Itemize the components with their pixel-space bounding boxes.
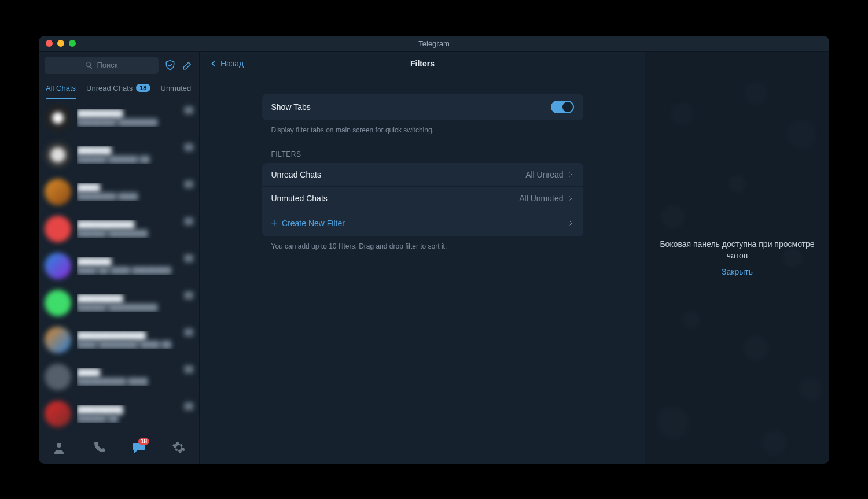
tab-unread-chats[interactable]: Unread Chats 18 bbox=[86, 79, 150, 99]
search-icon bbox=[85, 61, 93, 69]
tab-all-chats[interactable]: All Chats bbox=[46, 79, 76, 99]
page-title: Filters bbox=[200, 59, 645, 68]
main-header: Назад Filters bbox=[200, 52, 645, 76]
svg-point-0 bbox=[57, 443, 61, 448]
avatar bbox=[45, 401, 71, 427]
right-sidebar-close-button[interactable]: Закрыть bbox=[722, 267, 753, 276]
avatar bbox=[45, 105, 71, 131]
unread-badge: 18 bbox=[136, 84, 150, 92]
settings-icon[interactable] bbox=[172, 441, 186, 457]
chat-item[interactable]: ██████████████ ████████████ bbox=[39, 284, 199, 321]
avatar bbox=[45, 216, 71, 242]
chevron-left-icon bbox=[209, 59, 218, 68]
chat-item[interactable]: ████████████████ ██████████ bbox=[39, 210, 199, 247]
filter-row-unread[interactable]: Unread Chats All Unread bbox=[262, 163, 583, 186]
shield-icon[interactable] bbox=[164, 60, 176, 71]
tab-label: Unmuted bbox=[161, 84, 192, 93]
create-filter-row[interactable]: + Create New Filter bbox=[262, 210, 583, 236]
show-tabs-hint: Display filter tabs on main screen for q… bbox=[262, 120, 583, 134]
plus-icon: + bbox=[271, 217, 278, 230]
fullscreen-window-button[interactable] bbox=[69, 40, 76, 47]
window-title: Telegram bbox=[39, 39, 829, 48]
chevron-right-icon bbox=[567, 195, 574, 202]
chevron-right-icon bbox=[567, 220, 574, 227]
avatar bbox=[45, 142, 71, 168]
filters-footer-hint: You can add up to 10 filters. Drag and d… bbox=[262, 236, 583, 250]
chats-icon[interactable]: 18 bbox=[132, 441, 146, 457]
chat-list[interactable]: ████████████████ ██████████ ████████████… bbox=[39, 99, 199, 434]
chat-item[interactable]: ████████████ ██████ bbox=[39, 173, 199, 210]
chat-item[interactable]: ████████████████ ████████ ████ ████ bbox=[39, 321, 199, 358]
chat-item[interactable]: ██████████████ ██████ bbox=[39, 358, 199, 395]
tab-label: All Chats bbox=[46, 84, 76, 93]
avatar bbox=[45, 290, 71, 316]
create-filter-label: Create New Filter bbox=[282, 219, 345, 228]
tab-label: Unread Chats bbox=[86, 84, 133, 93]
back-button[interactable]: Назад bbox=[209, 59, 244, 68]
compose-icon[interactable] bbox=[182, 60, 193, 71]
right-sidebar-message: Боковая панель доступна при просмотре ча… bbox=[645, 239, 829, 261]
right-sidebar: Боковая панель доступна при просмотре ча… bbox=[645, 52, 829, 464]
titlebar: Telegram bbox=[39, 36, 829, 52]
chats-badge: 18 bbox=[138, 438, 149, 445]
chat-item[interactable]: ████████████ ██████ ████ bbox=[39, 136, 199, 173]
bottom-nav: 18 bbox=[39, 434, 199, 464]
left-sidebar: Поиск All Chats Unread Chats 18 U bbox=[39, 52, 200, 464]
back-label: Назад bbox=[220, 59, 244, 68]
show-tabs-row[interactable]: Show Tabs bbox=[262, 94, 583, 120]
search-placeholder: Поиск bbox=[97, 61, 117, 69]
chat-item[interactable]: ████████████████ ██████████ bbox=[39, 99, 199, 136]
chevron-right-icon bbox=[567, 171, 574, 178]
filter-value: All Unread bbox=[525, 170, 563, 179]
avatar bbox=[45, 179, 71, 205]
avatar bbox=[45, 327, 71, 353]
search-input[interactable]: Поиск bbox=[45, 57, 159, 74]
filter-name: Unread Chats bbox=[271, 170, 321, 179]
show-tabs-label: Show Tabs bbox=[271, 102, 311, 112]
main-panel: Назад Filters Show Tabs Display filter t… bbox=[200, 52, 645, 464]
show-tabs-toggle[interactable] bbox=[551, 101, 574, 113]
tab-unmuted[interactable]: Unmuted bbox=[161, 79, 192, 99]
close-window-button[interactable] bbox=[46, 40, 53, 47]
filter-name: Unmuted Chats bbox=[271, 194, 328, 203]
avatar bbox=[45, 364, 71, 390]
chat-tabs: All Chats Unread Chats 18 Unmuted bbox=[39, 79, 199, 99]
chat-item[interactable]: ██████████████ ████ bbox=[39, 395, 199, 433]
traffic-lights bbox=[46, 40, 76, 47]
minimize-window-button[interactable] bbox=[57, 40, 64, 47]
calls-icon[interactable] bbox=[92, 441, 106, 457]
filters-section-title: FILTERS bbox=[262, 134, 583, 163]
filter-row-unmuted[interactable]: Unmuted Chats All Unmuted bbox=[262, 186, 583, 210]
filters-panel: Unread Chats All Unread Unmuted Chats Al… bbox=[262, 163, 583, 236]
show-tabs-panel: Show Tabs bbox=[262, 94, 583, 120]
app-window: Telegram Поиск All Chats bbox=[39, 36, 829, 464]
chat-item[interactable]: ██████████ ██ ████ ██████████ bbox=[39, 247, 199, 284]
avatar bbox=[45, 253, 71, 279]
contacts-icon[interactable] bbox=[52, 441, 66, 457]
filter-value: All Unmuted bbox=[519, 194, 563, 203]
